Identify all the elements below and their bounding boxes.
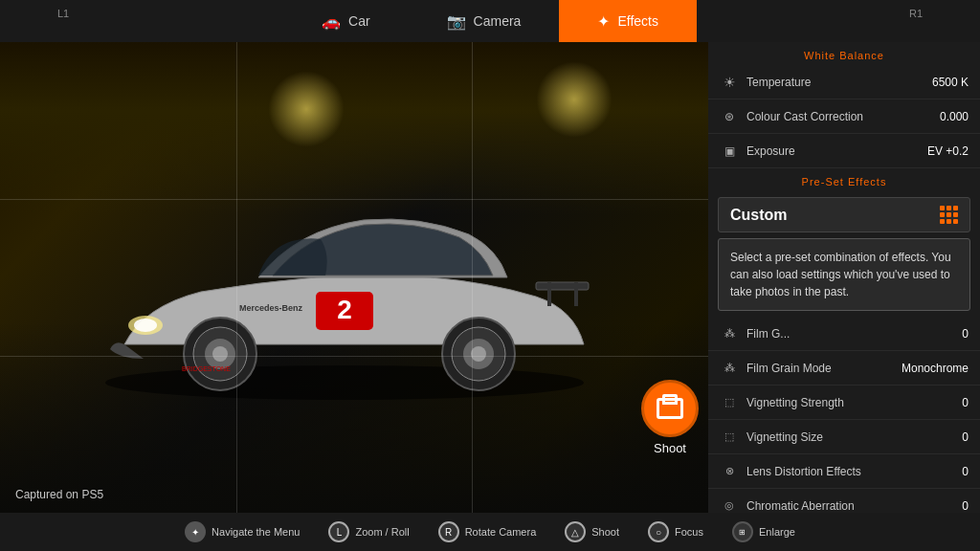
colour-cast-label: Colour Cast Correction — [746, 110, 940, 123]
tab-effects-label: Effects — [617, 13, 658, 29]
film-grain-icon: ⁂ — [720, 324, 739, 343]
action-enlarge: ⊞ Enlarge — [732, 521, 795, 542]
colour-cast-value: 0.000 — [940, 110, 969, 123]
action-focus: ○ Focus — [648, 521, 703, 542]
exposure-row[interactable]: ▣ Exposure EV +0.2 — [708, 134, 980, 168]
exposure-icon: ▣ — [720, 142, 739, 161]
vignetting-strength-value: 0 — [962, 396, 969, 409]
exposure-label: Exposure — [746, 144, 927, 158]
tab-camera-label: Camera — [474, 13, 522, 29]
tab-car-label: Car — [348, 13, 370, 29]
film-grain-mode-value: Monochrome — [902, 362, 969, 375]
chromatic-aberration-value: 0 — [962, 499, 969, 513]
tab-camera[interactable]: 📷 Camera — [409, 0, 560, 42]
top-navigation: L1 🚗 Car 📷 Camera ✦ Effects R1 — [0, 0, 980, 42]
bottom-bar: ✦ Navigate the Menu L Zoom / Roll R Rota… — [0, 513, 980, 551]
camera-shutter-icon — [657, 398, 683, 419]
film-grain-mode-label: Film Grain Mode — [746, 362, 902, 375]
lens-distortion-row[interactable]: ⊗ Lens Distortion Effects 0 — [708, 454, 980, 489]
action-rotate: R Rotate Camera — [438, 521, 537, 542]
lens-distortion-icon: ⊗ — [720, 462, 739, 481]
temperature-icon: ☀ — [720, 73, 739, 92]
rotate-icon: R — [438, 521, 459, 542]
shoulder-left-label: L1 — [57, 8, 69, 19]
tab-effects[interactable]: ✦ Effects — [559, 0, 697, 42]
white-balance-header: White Balance — [708, 42, 980, 65]
focus-label: Focus — [675, 526, 703, 538]
custom-dropdown-label: Custom — [730, 207, 940, 224]
vignetting-size-icon: ⬚ — [720, 428, 739, 447]
shoot-action-label: Shoot — [591, 526, 619, 538]
grid-line-h1 — [0, 199, 708, 200]
shoot-label: Shoot — [654, 441, 686, 455]
colour-cast-row[interactable]: ⊛ Colour Cast Correction 0.000 — [708, 99, 980, 134]
colour-cast-icon: ⊛ — [720, 107, 739, 126]
camera-icon: 📷 — [447, 12, 466, 31]
navigate-label: Navigate the Menu — [212, 526, 300, 538]
zoom-icon: L — [328, 521, 349, 542]
right-panel: White Balance ☀ Temperature 6500 K ⊛ Col… — [708, 42, 980, 513]
action-zoom: L Zoom / Roll — [328, 521, 409, 542]
grid-line-h2 — [0, 356, 708, 357]
temperature-row[interactable]: ☀ Temperature 6500 K — [708, 65, 980, 99]
chromatic-aberration-label: Chromatic Aberration — [746, 499, 962, 513]
scene-viewport: 2 Mercedes-Benz BRIDGESTONE Captured on … — [0, 42, 708, 513]
vignetting-size-value: 0 — [962, 430, 969, 444]
shoulder-right-label: R1 — [909, 8, 923, 19]
exposure-value: EV +0.2 — [927, 144, 969, 158]
temperature-value: 6500 K — [932, 76, 969, 89]
preset-tooltip: Select a pre-set combination of effects.… — [718, 238, 970, 311]
tab-car[interactable]: 🚗 Car — [283, 0, 409, 42]
rotate-label: Rotate Camera — [465, 526, 537, 538]
film-grain-intensity-value: 0 — [962, 327, 969, 341]
car-icon: 🚗 — [322, 12, 341, 31]
lens-distortion-label: Lens Distortion Effects — [746, 465, 962, 478]
grid-icon — [940, 206, 958, 224]
preset-dropdown[interactable]: Custom — [718, 197, 970, 232]
film-grain-intensity-label: Film G... — [746, 327, 962, 341]
preset-effects-header: Pre-Set Effects — [708, 168, 980, 191]
temperature-label: Temperature — [746, 76, 932, 89]
vignetting-size-row[interactable]: ⬚ Vignetting Size 0 — [708, 420, 980, 454]
film-grain-intensity-row[interactable]: ⁂ Film G... 0 — [708, 317, 980, 351]
chromatic-aberration-row[interactable]: ◎ Chromatic Aberration 0 — [708, 489, 980, 513]
shoot-button[interactable] — [641, 380, 699, 437]
effects-icon: ✦ — [597, 12, 610, 31]
action-shoot: △ Shoot — [565, 521, 619, 542]
enlarge-label: Enlarge — [759, 526, 795, 538]
grid-line-v2 — [472, 42, 473, 513]
zoom-label: Zoom / Roll — [355, 526, 409, 538]
grid-line-v1 — [236, 42, 237, 513]
vignetting-strength-label: Vignetting Strength — [746, 396, 962, 409]
car-scene: 2 Mercedes-Benz BRIDGESTONE Captured on … — [0, 42, 708, 513]
vignetting-strength-row[interactable]: ⬚ Vignetting Strength 0 — [708, 386, 980, 420]
grid-overlay — [0, 42, 708, 513]
lens-distortion-value: 0 — [962, 465, 969, 478]
focus-icon: ○ — [648, 521, 669, 542]
film-grain-mode-row[interactable]: ⁂ Film Grain Mode Monochrome — [708, 351, 980, 386]
chromatic-aberration-icon: ◎ — [720, 496, 739, 514]
shoot-button-container: Shoot — [641, 380, 699, 455]
enlarge-icon: ⊞ — [732, 521, 753, 542]
vignetting-strength-icon: ⬚ — [720, 393, 739, 412]
vignetting-size-label: Vignetting Size — [746, 430, 962, 444]
film-grain-mode-icon: ⁂ — [720, 359, 739, 378]
shoot-action-icon: △ — [565, 521, 586, 542]
navigate-icon: ✦ — [185, 521, 206, 542]
captured-label: Captured on PS5 — [15, 488, 103, 501]
action-navigate: ✦ Navigate the Menu — [185, 521, 300, 542]
